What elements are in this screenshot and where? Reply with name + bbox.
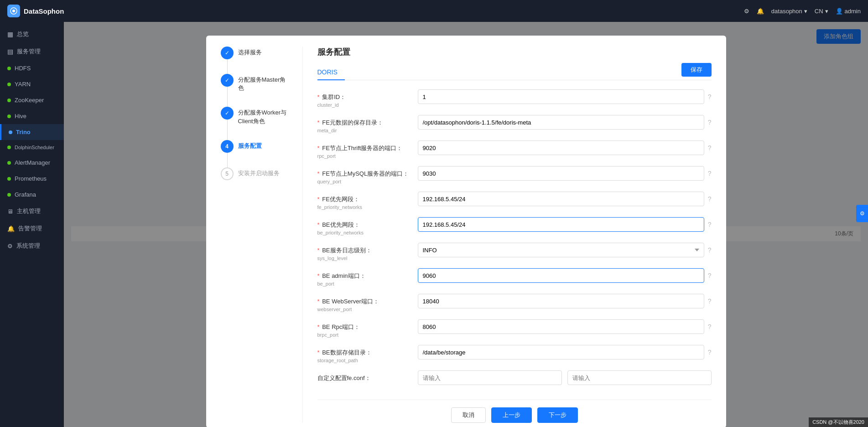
sys-mgmt-icon: ⚙ xyxy=(7,243,13,250)
sidebar: ▦ 总览 ▤ 服务管理 HDFS YARN ZooKeeper Hive Tri… xyxy=(0,22,64,427)
help-icon-storage[interactable]: ? xyxy=(708,349,712,356)
settings-icon: ⚙ xyxy=(744,8,749,15)
save-button[interactable]: 保存 xyxy=(681,63,712,77)
help-icon-fe-priority[interactable]: ? xyxy=(708,195,712,203)
sidebar-label-host-mgmt: 主机管理 xyxy=(17,207,41,215)
prometheus-status-dot xyxy=(7,177,11,181)
alertmanager-status-dot xyxy=(7,161,11,165)
sidebar-item-prometheus[interactable]: Prometheus xyxy=(0,171,64,187)
navbar: DataSophon ⚙ 🔔 datasophon ▾ CN ▾ 👤 admin xyxy=(0,0,868,22)
input-rpc-port[interactable] xyxy=(418,141,704,155)
yarn-status-dot xyxy=(7,83,11,86)
label-sys-log-level: * BE服务日志级别： sys_log_level xyxy=(317,243,418,261)
step-2-circle: ✓ xyxy=(221,74,234,87)
step-4: 4 服务配置 xyxy=(221,140,291,153)
cancel-button[interactable]: 取消 xyxy=(451,407,486,423)
label-be-port: * BE admin端口： be_port xyxy=(317,268,418,286)
sidebar-label-trino: Trino xyxy=(16,129,31,135)
help-icon-rpc-port[interactable]: ? xyxy=(708,144,712,151)
step-3-label: 分配服务Worker与Client角色 xyxy=(238,107,291,125)
step-3: ✓ 分配服务Worker与Client角色 xyxy=(221,107,291,125)
input-webserver-port[interactable] xyxy=(418,294,704,308)
input-cluster-id[interactable] xyxy=(418,89,704,104)
step-2-label: 分配服务Master角色 xyxy=(238,74,291,92)
sidebar-label-sys-mgmt: 系统管理 xyxy=(16,242,40,250)
sidebar-item-alertmanager[interactable]: AlertManager xyxy=(0,155,64,171)
help-icon-meta-dir[interactable]: ? xyxy=(708,119,712,126)
sidebar-item-overview[interactable]: ▦ 总览 xyxy=(0,26,64,43)
overview-icon: ▦ xyxy=(7,31,13,38)
sidebar-item-alert-mgmt[interactable]: 🔔 告警管理 xyxy=(0,220,64,237)
step-2: ✓ 分配服务Master角色 xyxy=(221,74,291,92)
prev-step-button[interactable]: 上一步 xyxy=(491,407,532,423)
input-meta-dir[interactable] xyxy=(418,115,704,130)
help-icon-webserver-port[interactable]: ? xyxy=(708,297,712,305)
settings-nav[interactable]: ⚙ xyxy=(744,8,749,15)
admin-nav[interactable]: 👤 admin xyxy=(836,8,861,15)
label-be-priority-networks: * BE优先网段： be_priority_networks xyxy=(317,217,418,235)
sidebar-item-host-mgmt[interactable]: 🖥 主机管理 xyxy=(0,203,64,220)
input-brpc-port[interactable] xyxy=(418,319,704,334)
input-fe-priority-networks[interactable] xyxy=(418,192,704,206)
help-icon-log-level[interactable]: ? xyxy=(708,246,712,254)
sidebar-item-hdfs[interactable]: HDFS xyxy=(0,60,64,76)
sidebar-item-hive[interactable]: Hive xyxy=(0,108,64,124)
sidebar-item-dolphin[interactable]: DolphinScheduler xyxy=(0,140,64,155)
input-be-port[interactable] xyxy=(418,268,704,283)
lang-nav[interactable]: CN ▾ xyxy=(815,8,828,15)
navbar-right: ⚙ 🔔 datasophon ▾ CN ▾ 👤 admin xyxy=(744,8,861,15)
sidebar-label-dolphin: DolphinScheduler xyxy=(15,145,54,150)
sidebar-item-yarn[interactable]: YARN xyxy=(0,76,64,92)
right-float-panel[interactable]: ⚙ xyxy=(856,205,868,222)
tab-doris[interactable]: DORIS xyxy=(317,65,345,80)
host-mgmt-icon: 🖥 xyxy=(7,208,13,215)
input-fe-conf-key[interactable] xyxy=(418,370,562,385)
help-icon-brpc-port[interactable]: ? xyxy=(708,323,712,330)
label-fe-priority-networks: * FE优先网段： fe_priority_networks xyxy=(317,192,418,210)
zookeeper-status-dot xyxy=(7,99,11,102)
form-footer: 取消 上一步 下一步 xyxy=(317,400,712,423)
sidebar-item-grafana[interactable]: Grafana xyxy=(0,187,64,203)
sidebar-label-alertmanager: AlertManager xyxy=(15,159,50,166)
help-icon-be-priority[interactable]: ? xyxy=(708,221,712,228)
sidebar-item-service-mgmt[interactable]: ▤ 服务管理 xyxy=(0,43,64,60)
label-fe-conf: 自定义配置fe.conf： xyxy=(317,370,418,382)
user-nav[interactable]: datasophon ▾ xyxy=(771,8,807,15)
chevron-down-icon: ▾ xyxy=(804,8,807,15)
form-row-storage-root: * BE数据存储目录： storage_root_path ? xyxy=(317,345,712,363)
bell-icon: 🔔 xyxy=(757,8,764,15)
input-query-port[interactable] xyxy=(418,166,704,181)
sidebar-label-alert-mgmt: 告警管理 xyxy=(18,224,42,233)
alert-mgmt-icon: 🔔 xyxy=(7,225,15,232)
form-row-query-port: * FE节点上MySQL服务器的端口： query_port ? xyxy=(317,166,712,184)
brand-title: DataSophon xyxy=(24,7,64,15)
footer-text: CSDN @不以物喜2020 xyxy=(812,419,864,425)
select-sys-log-level[interactable]: INFO DEBUG WARN ERROR xyxy=(418,243,704,257)
label-cluster-id: * 集群ID： cluster_id xyxy=(317,89,418,108)
help-icon-cluster-id[interactable]: ? xyxy=(708,93,712,100)
form-row-fe-priority-networks: * FE优先网段： fe_priority_networks ? xyxy=(317,192,712,210)
label-query-port: * FE节点上MySQL服务器的端口： query_port xyxy=(317,166,418,184)
sidebar-label-yarn: YARN xyxy=(15,81,31,88)
lang-label: CN xyxy=(815,8,823,15)
input-storage-root[interactable] xyxy=(418,345,704,359)
sidebar-label-service-mgmt: 服务管理 xyxy=(17,47,41,56)
help-icon-be-port[interactable]: ? xyxy=(708,272,712,279)
sidebar-item-sys-mgmt[interactable]: ⚙ 系统管理 xyxy=(0,237,64,255)
grafana-status-dot xyxy=(7,193,11,197)
form-row-fe-conf: 自定义配置fe.conf： xyxy=(317,370,712,385)
input-fe-conf-value[interactable] xyxy=(567,370,712,385)
hdfs-status-dot xyxy=(7,67,11,70)
step-1-label: 选择服务 xyxy=(238,47,262,57)
bell-nav[interactable]: 🔔 xyxy=(757,8,764,15)
modal-title: 服务配置 xyxy=(317,47,712,57)
layout: ▦ 总览 ▤ 服务管理 HDFS YARN ZooKeeper Hive Tri… xyxy=(0,0,868,427)
next-step-button[interactable]: 下一步 xyxy=(537,407,578,423)
service-mgmt-icon: ▤ xyxy=(7,48,13,55)
sidebar-item-zookeeper[interactable]: ZooKeeper xyxy=(0,92,64,108)
sidebar-item-trino[interactable]: Trino xyxy=(0,124,64,140)
label-webserver-port: * BE WebServer端口： webserver_port xyxy=(317,294,418,312)
brand-logo xyxy=(7,5,20,17)
input-be-priority-networks[interactable] xyxy=(418,217,704,232)
help-icon-query-port[interactable]: ? xyxy=(708,170,712,177)
